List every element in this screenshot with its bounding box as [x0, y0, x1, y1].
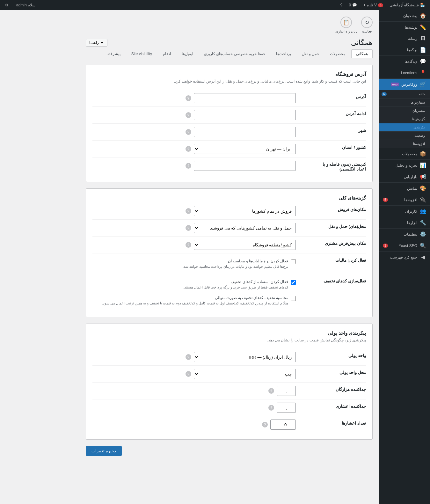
shipping-locations-select[interactable]: حمل و نقل به تمامی کشورهایی که می فروشید: [194, 223, 296, 233]
shipping-locations-row: محل(های) حمل و نقل حمل و نقل به تمامی کش…: [92, 220, 366, 237]
menu-item-dashboard[interactable]: 🏠پیشخوان: [379, 10, 430, 22]
sequential-coupons-checkbox[interactable]: [291, 296, 296, 301]
address-help-icon[interactable]: ?: [186, 95, 191, 101]
toolbar: ↻ فعالیت 📋 پایان راه اندازی: [86, 17, 373, 33]
activity-icon: ↻: [361, 17, 373, 28]
decimal-separator-input[interactable]: [277, 403, 296, 413]
tab-site-visibility[interactable]: Site visibility: [127, 49, 157, 58]
tab-integration[interactable]: ادغام: [158, 49, 176, 58]
tab-shipping[interactable]: حمل و نقل: [297, 49, 324, 58]
decimal-places-cell: ?: [92, 416, 296, 433]
submenu-item-home[interactable]: خانه6: [379, 90, 430, 99]
coupons-cell: فعال کردن استفاده از کدهای تخفیف کدهای ت…: [92, 274, 296, 311]
tab-payments[interactable]: پرداخت‌ها: [271, 49, 296, 58]
woo-submenu: خانه6 سفارش‌ها مشتریان گزارش‌ها بکریندی …: [379, 90, 430, 148]
tab-advanced[interactable]: پیشرفته: [103, 49, 125, 58]
decimal-separator-help-icon[interactable]: ?: [268, 405, 274, 411]
enable-tax-checkbox-label[interactable]: فعال کردن نرخ مالیات‌ها و محاسبه آن: [228, 259, 288, 263]
default-customer-location-select[interactable]: کشور/منطقه فروشگاه: [194, 240, 296, 250]
general-options-title: گزینه‌های کلی: [92, 195, 366, 201]
submenu-item-customers[interactable]: مشتریان: [379, 107, 430, 115]
menu-item-pages[interactable]: 📄برگه‌ها: [379, 44, 430, 56]
enable-tax-checkbox[interactable]: [291, 259, 296, 264]
updates-btn[interactable]: 9: [339, 3, 345, 7]
guides-button[interactable]: ▼ راهنما: [86, 39, 107, 47]
address-input[interactable]: [194, 93, 296, 103]
decimal-places-row: تعداد اعشارها ?: [92, 416, 366, 433]
menu-item-collapse[interactable]: ◀جمع کرد فهرست: [379, 252, 430, 263]
save-button[interactable]: ذخیره تغییرات: [86, 446, 122, 456]
address-label: آدرس: [296, 90, 366, 107]
locations-icon: 📍: [420, 70, 426, 76]
selling-locations-help-icon[interactable]: ?: [186, 208, 191, 214]
enable-coupons-desc: کدهای تخفیف فقط از طریق سبد خرید و برگه …: [183, 285, 288, 289]
city-input[interactable]: [194, 127, 296, 137]
activity-button[interactable]: ↻ فعالیت: [361, 17, 373, 33]
selling-locations-select[interactable]: فروش در تمام کشورها: [194, 206, 296, 216]
country-row: کشور / استان ایران — تهران ?: [92, 141, 366, 157]
menu-item-settings[interactable]: ⚙️تنظیمات: [379, 229, 430, 240]
country-select[interactable]: ایران — تهران: [194, 144, 296, 154]
postcode-input[interactable]: [194, 161, 296, 171]
postcode-help-icon[interactable]: ?: [186, 163, 191, 169]
currency-unit-select[interactable]: ریال ایران (ریال) — IRR: [194, 352, 296, 362]
site-link[interactable]: 🏪 فروشگاه آزمایشی: [388, 3, 427, 7]
user-greeting[interactable]: سلام admin: [14, 3, 37, 7]
users-icon: 👥: [420, 208, 426, 214]
menu-item-appearance[interactable]: 🎨نمایش: [379, 183, 430, 194]
tab-accounts[interactable]: حفظ حریم خصوصی حساب‌های کاربری: [199, 49, 270, 58]
menu-item-locations[interactable]: 📍Locations: [379, 67, 430, 79]
thousand-separator-label: جداکننده هزارگان: [296, 383, 366, 399]
woo-icon: 🛒: [420, 81, 426, 87]
submenu-item-orders[interactable]: سفارش‌ها: [379, 99, 430, 107]
submenu-item-settings[interactable]: بکریندی: [379, 123, 430, 132]
shipping-locations-label: محل(های) حمل و نقل: [296, 220, 366, 237]
city-help-icon[interactable]: ?: [186, 129, 191, 135]
enable-coupons-label[interactable]: فعال کردن استفاده از کدهای تخفیف: [231, 280, 288, 284]
menu-item-yoast[interactable]: 🔍Yoast SEO3: [379, 240, 430, 252]
menu-item-media[interactable]: 🖼رسانه: [379, 33, 430, 44]
sequential-coupons-label[interactable]: محاسبه تخفیف کدهای تخفیف به صورت متوالی: [215, 296, 288, 300]
menu-item-tools[interactable]: 🔧ابزارها: [379, 217, 430, 229]
tab-products[interactable]: محصولات: [325, 49, 350, 58]
currency-position-help-icon[interactable]: ?: [186, 371, 191, 377]
postcode-row: کدپستی (بدون فاصله و بااعداد انگلیسی) ?: [92, 157, 366, 176]
submenu-item-reports[interactable]: گزارش‌ها: [379, 115, 430, 123]
menu-item-comments[interactable]: 💬دیدگاه‌ها: [379, 56, 430, 67]
address2-help-icon[interactable]: ?: [186, 112, 191, 118]
submenu-item-addons[interactable]: افزونه‌ها: [379, 140, 430, 148]
enable-coupons-checkbox[interactable]: [291, 280, 296, 285]
shipping-locations-help-icon[interactable]: ?: [186, 225, 191, 231]
store-address-table: آدرس ? ادامه آدرس: [92, 90, 366, 175]
menu-item-marketing[interactable]: 📢بازاریابی: [379, 171, 430, 183]
new-content-btn[interactable]: 3 V تازه +: [361, 3, 385, 7]
menu-item-products[interactable]: 📦محصولات: [379, 148, 430, 160]
decimal-separator-row: جداکننده اعشاری ?: [92, 399, 366, 416]
currency-title: پیکربندی واحد پولی: [92, 330, 366, 336]
submenu-item-status[interactable]: وضعیت: [379, 132, 430, 140]
menu-item-plugins[interactable]: 🔌افزونه‌ها5: [379, 194, 430, 206]
tab-emails[interactable]: ایمیل‌ها: [177, 49, 198, 58]
menu-item-posts[interactable]: ✏️نوشته‌ها: [379, 22, 430, 33]
plugins-icon: 🔌: [420, 197, 426, 203]
wp-wrap: 🏠پیشخوان ✏️نوشته‌ها 🖼رسانه 📄برگه‌ها 💬دید…: [0, 10, 430, 504]
thousand-separator-input[interactable]: [277, 386, 296, 396]
currency-unit-help-icon[interactable]: ?: [186, 354, 191, 360]
postcode-label: کدپستی (بدون فاصله و بااعداد انگلیسی): [296, 157, 366, 176]
pages-icon: 📄: [420, 47, 426, 53]
currency-position-select[interactable]: چپ: [194, 369, 296, 379]
tab-general[interactable]: همگانی: [351, 49, 373, 58]
decimal-places-help-icon[interactable]: ?: [262, 422, 268, 427]
setup-wizard-button[interactable]: 📋 پایان راه اندازی: [335, 17, 357, 33]
default-customer-location-row: مکان بیش‌فرض مشتری کشور/منطقه فروشگاه ?: [92, 237, 366, 253]
menu-item-analytics[interactable]: 📊تجربه و تحلیل: [379, 160, 430, 171]
address2-input[interactable]: [194, 110, 296, 120]
menu-item-users[interactable]: 👥کاربران: [379, 206, 430, 217]
default-customer-location-help-icon[interactable]: ?: [186, 242, 191, 248]
comments-btn[interactable]: 💬 0: [347, 3, 359, 7]
thousand-separator-help-icon[interactable]: ?: [268, 388, 274, 394]
menu-item-woocommerce[interactable]: 🛒ووکامرسwoo: [379, 79, 430, 90]
country-help-icon[interactable]: ?: [186, 146, 191, 152]
decimal-places-input[interactable]: [270, 420, 296, 430]
currency-unit-cell: ریال ایران (ریال) — IRR ?: [92, 349, 296, 366]
